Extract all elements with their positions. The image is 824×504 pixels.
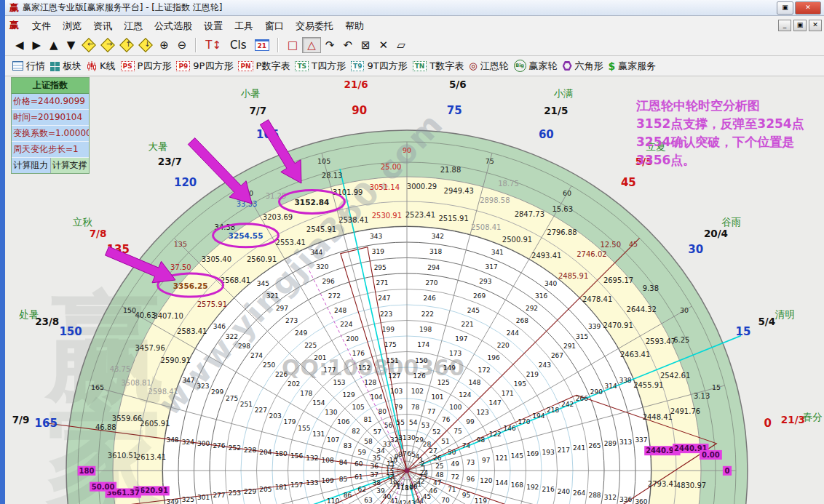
- menu-工具[interactable]: 工具: [229, 18, 259, 33]
- diamond-up-icon[interactable]: ↑: [119, 38, 134, 52]
- tool-gann-wheel[interactable]: ◎江恩轮: [469, 60, 508, 73]
- svg-text:180: 180: [79, 467, 95, 475]
- calc-resistance-button[interactable]: 计算阻力: [12, 158, 51, 173]
- svg-text:34: 34: [376, 447, 385, 455]
- svg-text:298: 298: [238, 343, 250, 350]
- svg-text:3610.51: 3610.51: [108, 452, 138, 460]
- nav-up-icon[interactable]: ▲: [45, 38, 63, 52]
- svg-text:202: 202: [288, 380, 300, 388]
- menu-资讯[interactable]: 资讯: [87, 18, 118, 33]
- tool-hexagon[interactable]: 六角形: [563, 60, 603, 73]
- square-tool-icon[interactable]: □: [283, 38, 302, 52]
- svg-text:320: 320: [316, 263, 328, 271]
- svg-text:288: 288: [588, 492, 601, 499]
- nav-left-icon[interactable]: ◀: [11, 38, 28, 52]
- svg-text:154: 154: [312, 399, 325, 407]
- nav-down-icon[interactable]: ▼: [63, 38, 80, 52]
- mdi-minimize-button[interactable]: _: [778, 20, 791, 31]
- diamond-down-icon[interactable]: ↓: [138, 38, 153, 52]
- zoom-in-icon[interactable]: ⊕: [155, 38, 173, 52]
- svg-text:春分: 春分: [803, 411, 823, 423]
- svg-text:315: 315: [576, 333, 588, 340]
- svg-text:38: 38: [372, 479, 381, 487]
- svg-text:35: 35: [372, 455, 380, 462]
- box-x-icon[interactable]: ⊠: [357, 38, 375, 52]
- menu-设置[interactable]: 设置: [198, 18, 229, 33]
- tool-t-table[interactable]: TNT数字表: [413, 60, 464, 73]
- svg-text:2575.91: 2575.91: [197, 300, 227, 308]
- tool-winner-wheel[interactable]: Big赢家轮: [514, 60, 558, 73]
- svg-text:221: 221: [461, 321, 474, 328]
- tool-winner-service[interactable]: $赢家服务: [609, 60, 657, 73]
- svg-text:83: 83: [344, 442, 352, 449]
- diamond-left-icon[interactable]: ←: [82, 38, 96, 52]
- svg-text:242: 242: [561, 401, 574, 408]
- rotate-cw-icon[interactable]: ↷: [321, 38, 339, 52]
- hexagon-label: 六角形: [575, 60, 603, 73]
- mdi-close-button[interactable]: ✕: [809, 20, 822, 31]
- svg-text:312: 312: [604, 494, 617, 501]
- svg-text:270: 270: [425, 279, 437, 287]
- svg-text:265: 265: [588, 442, 601, 449]
- svg-text:293: 293: [479, 278, 491, 285]
- calendar-icon[interactable]: 21: [255, 39, 270, 51]
- cls-button[interactable]: Cls: [226, 38, 250, 52]
- tool-kline[interactable]: K线: [87, 60, 116, 73]
- menu-浏览[interactable]: 浏览: [57, 18, 87, 33]
- svg-text:290: 290: [590, 388, 603, 396]
- svg-text:45: 45: [621, 176, 636, 189]
- tool-9p-square[interactable]: P99P四方形: [176, 60, 233, 73]
- menu-公式选股[interactable]: 公式选股: [148, 18, 198, 33]
- window-title: 赢家江恩专业版[赢家服务平台] - [上证指数 江恩轮]: [23, 1, 223, 14]
- calc-support-button[interactable]: 计算支撑: [51, 158, 90, 173]
- svg-text:169: 169: [526, 450, 539, 457]
- t-table-icon: TN: [413, 61, 427, 71]
- svg-text:72: 72: [451, 473, 459, 481]
- menu-江恩[interactable]: 江恩: [118, 18, 148, 33]
- svg-text:245: 245: [467, 307, 480, 314]
- perspective-icon[interactable]: ▱: [392, 38, 410, 52]
- tool-p-table[interactable]: PNP数字表: [238, 60, 290, 73]
- menu-帮助[interactable]: 帮助: [339, 18, 370, 33]
- tool-sectors[interactable]: 板块: [50, 60, 82, 73]
- svg-text:222: 222: [421, 311, 434, 318]
- svg-text:95: 95: [462, 492, 470, 499]
- svg-text:296: 296: [322, 278, 335, 285]
- title-bar[interactable]: 赢 赢家江恩专业版[赢家服务平台] - [上证指数 江恩轮] ▣ ✕: [5, 0, 824, 16]
- rotate-ccw-icon[interactable]: ↶: [338, 38, 357, 52]
- p-square-label: P四方形: [138, 60, 172, 73]
- svg-text:253: 253: [229, 489, 241, 497]
- tool-quotes[interactable]: 行情: [12, 60, 45, 73]
- svg-text:124: 124: [459, 391, 471, 399]
- tool-9t-square[interactable]: T99T四方形: [351, 60, 408, 73]
- toolbar-separator: [195, 38, 197, 52]
- nav-right-icon[interactable]: ▶: [28, 38, 46, 52]
- tool-t-square[interactable]: TST四方形: [295, 60, 346, 73]
- svg-text:2796.88: 2796.88: [547, 228, 577, 236]
- svg-text:21/3: 21/3: [781, 414, 805, 425]
- svg-text:301: 301: [197, 494, 210, 501]
- diamond-right-icon[interactable]: →: [100, 38, 115, 52]
- tool-p-square[interactable]: PSP四方形: [121, 60, 172, 73]
- triangle-tool-icon[interactable]: △: [302, 37, 321, 53]
- svg-text:56: 56: [384, 422, 393, 429]
- svg-text:273: 273: [285, 317, 298, 324]
- svg-text:2542.61: 2542.61: [660, 372, 690, 380]
- menu-窗口[interactable]: 窗口: [259, 18, 290, 33]
- close-button[interactable]: ✕: [795, 1, 821, 15]
- menu-交易委托[interactable]: 交易委托: [290, 18, 339, 33]
- menu-文件[interactable]: 文件: [26, 18, 57, 33]
- mdi-restore-button[interactable]: ▣: [793, 20, 807, 31]
- gann-wheel-icon: ◎: [469, 60, 477, 71]
- svg-text:274: 274: [250, 352, 263, 359]
- svg-text:36: 36: [370, 463, 379, 470]
- svg-text:54: 54: [409, 419, 418, 426]
- svg-text:197: 197: [455, 335, 467, 343]
- p-square-icon: PS: [121, 61, 135, 71]
- zoom-out-icon[interactable]: ⊖: [173, 38, 191, 52]
- restore-button[interactable]: ▣: [777, 1, 793, 15]
- svg-text:2583.41: 2583.41: [177, 327, 207, 335]
- time-axis-icon[interactable]: T↕: [201, 38, 226, 52]
- converge-icon[interactable]: ✕: [375, 38, 393, 52]
- svg-text:135: 135: [174, 240, 187, 248]
